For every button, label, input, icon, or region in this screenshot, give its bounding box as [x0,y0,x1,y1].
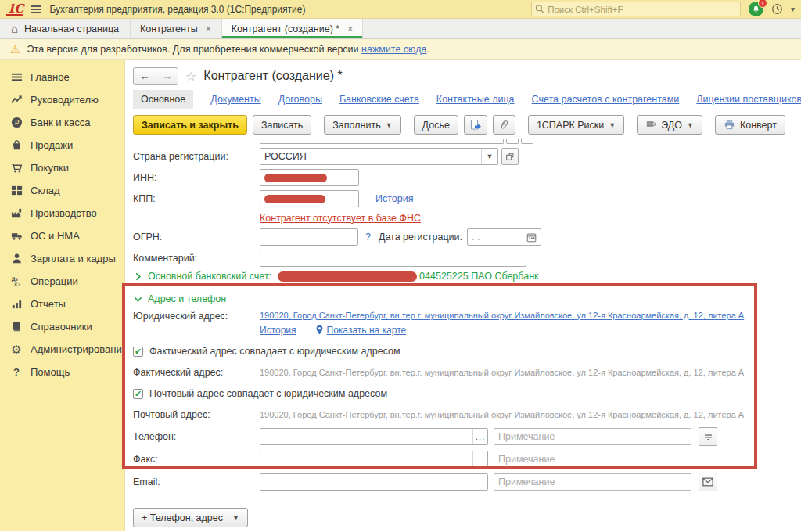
sidebar-item-rukovoditelyu[interactable]: Руководителю [0,88,124,111]
fact-address-label: Фактический адрес: [133,367,260,378]
fax-more-button[interactable]: ... [472,451,487,467]
sidebar-item-glavnoe[interactable]: Главное [0,66,124,88]
shopping-bag-icon [9,139,23,151]
form-nav-tabs: Основное Документы Договоры Банковские с… [133,90,801,109]
fax-input[interactable]: ... [260,451,488,468]
fact-same-checkbox[interactable]: ✔ [133,347,143,357]
chevron-down-icon[interactable]: ▾ [791,5,795,13]
show-on-map-link[interactable]: Показать на карте [327,325,407,336]
phone-input[interactable]: ... [260,428,488,445]
country-select[interactable]: РОССИЯ ▼ [260,148,498,165]
tab-scheta-raschetov[interactable]: Счета расчетов с контрагентами [532,94,680,105]
sidebar-item-otchety[interactable]: Отчеты [0,293,124,315]
email-input[interactable] [260,473,488,491]
comment-input[interactable] [260,250,526,267]
legal-address-link[interactable]: 190020, Город Санкт-Петербург, вн.тер.г.… [260,311,744,320]
file-export-icon [469,119,482,131]
fns-alert-link[interactable]: Контрагент отсутствует в базе ФНС [260,213,421,224]
search-input[interactable] [548,5,737,14]
calendar-icon[interactable] [526,232,537,243]
post-same-checkbox[interactable]: ✔ [133,389,143,399]
post-same-label: Почтовый адрес совпадает с юридическим а… [149,388,387,399]
sidebar-item-zarplata-i-kadry[interactable]: Зарплата и кадры [0,247,124,270]
edo-button[interactable]: ЭДО▼ [637,115,702,135]
tab-licenzii[interactable]: Лицензии поставщиков алкогольной продукц… [696,94,801,105]
fax-note-input[interactable] [494,451,691,468]
bar-chart-icon [9,298,23,310]
title-bar: 1С Бухгалтерия предприятия, редакция 3.0… [0,0,801,19]
tab-bankovskie-scheta[interactable]: Банковские счета [339,94,419,105]
history-icon[interactable] [771,3,783,15]
export-file-button[interactable] [464,115,487,135]
favorite-star-icon[interactable]: ☆ [185,69,196,84]
tab-dokumenty[interactable]: Документы [210,94,260,105]
tab-kontragenty[interactable]: Контрагенты × [130,19,221,38]
kpp-input[interactable] [260,190,359,207]
spark-risks-button[interactable]: 1СПАРК Риски▼ [528,115,624,135]
phone-label: Телефон: [133,431,260,442]
chevron-down-icon[interactable]: ▼ [481,149,497,164]
kpp-history-link[interactable]: История [375,193,413,204]
sidebar-item-sklad[interactable]: Склад [0,179,124,202]
address-section-header[interactable]: Адрес и телефон [133,293,801,304]
sidebar-item-spravochniki[interactable]: Справочники [0,315,124,338]
sidebar-item-pokupki[interactable]: Покупки [0,156,124,179]
fax-label: Факс: [133,454,260,465]
attach-button[interactable] [493,115,515,135]
save-button[interactable]: Записать [253,115,311,135]
save-and-close-button[interactable]: Записать и закрыть [133,115,247,135]
tab-kontragent-creation[interactable]: Контрагент (создание) * × [221,19,364,38]
phone-more-button[interactable]: ... [472,429,487,444]
tab-dogovory[interactable]: Договоры [278,94,322,105]
question-icon: ? [9,366,23,378]
kpp-row: КПП: История [133,190,801,207]
tab-osnovnoe[interactable]: Основное [133,90,193,109]
country-value: РОССИЯ [264,151,307,162]
sidebar-item-bank-i-kassa[interactable]: ₽ Банк и касса [0,111,124,134]
inn-row: ИНН: [133,169,801,186]
sidebar-item-pomosch[interactable]: ? Помощь [0,361,124,383]
buy-commercial-link[interactable]: нажмите сюда [361,44,426,55]
inn-input[interactable] [260,169,359,186]
envelope-print-button[interactable]: Конверт [715,115,785,135]
legal-address-history-link[interactable]: История [260,325,296,336]
send-email-button[interactable] [699,473,717,491]
clipped-input[interactable] [260,139,504,144]
bank-account-section[interactable]: Основной банковский счет: 044525225 ПАО … [133,271,801,282]
sidebar-item-administrirovanie[interactable]: ⚙ Администрирование [0,338,124,361]
open-country-button[interactable] [501,148,519,165]
clipped-button[interactable] [521,139,533,144]
forward-button[interactable]: → [156,68,178,84]
ogrn-input[interactable] [260,228,358,246]
back-button[interactable]: ← [134,68,156,84]
phone-actions-button[interactable] [699,427,717,446]
main-menu-icon[interactable] [31,5,41,13]
window-tab-bar: ⌂ Начальная страница Контрагенты × Контр… [0,19,801,39]
svg-text:Дт: Дт [11,276,18,282]
tab-kontaktnye-lica[interactable]: Контактные лица [436,94,515,105]
reg-date-input[interactable]: . . [467,228,541,246]
1c-logo-icon: 1С [6,3,23,16]
email-note-input[interactable] [494,473,691,491]
add-phone-address-button[interactable]: + Телефон, адрес ▼ [133,508,248,527]
close-icon[interactable]: × [206,23,211,34]
ogrn-help-link[interactable]: ? [365,232,371,243]
ogrn-label: ОГРН: [133,232,260,243]
post-address-row: Почтовый адрес: 190020, Город Санкт-Пете… [133,406,801,423]
clipped-button[interactable] [506,139,519,144]
fill-button[interactable]: Заполнить▼ [324,115,400,135]
chevron-down-icon: ▼ [232,514,239,522]
sidebar-item-os-i-nma[interactable]: ОС и НМА [0,225,124,247]
sidebar-item-proizvodstvo[interactable]: Производство [0,202,124,225]
sidebar-item-prodazhi[interactable]: Продажи [0,134,124,156]
phone-note-input[interactable] [494,428,691,445]
dossier-button[interactable]: Досье [414,115,458,135]
chevron-down-icon: ▼ [386,121,393,129]
redacted-bank-account [278,271,417,282]
close-icon[interactable]: × [347,23,353,34]
tab-home[interactable]: ⌂ Начальная страница [0,19,130,38]
sidebar-item-operacii[interactable]: ДтКт Операции [0,270,124,293]
notifications-button[interactable]: 1 [749,2,763,16]
edo-documents-icon [645,120,656,131]
global-search[interactable] [531,2,741,16]
